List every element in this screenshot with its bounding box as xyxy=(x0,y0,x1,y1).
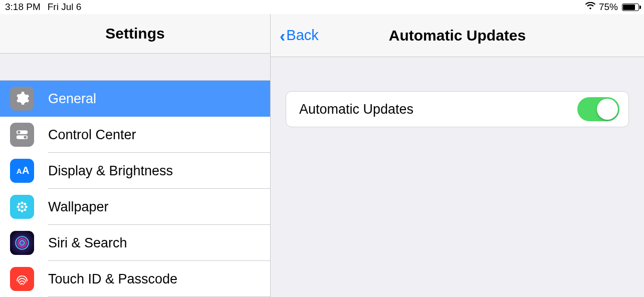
sidebar-item-touch-id-passcode[interactable]: Touch ID & Passcode xyxy=(0,261,270,297)
svg-point-12 xyxy=(24,203,26,205)
sidebar-item-control-center[interactable]: Control Center xyxy=(0,117,270,153)
svg-point-17 xyxy=(20,240,24,245)
sidebar-item-display-brightness[interactable]: AA Display & Brightness xyxy=(0,153,270,189)
settings-sidebar: Settings General Control Center AA xyxy=(0,14,271,297)
svg-text:A: A xyxy=(22,165,29,176)
status-bar: 3:18 PM Fri Jul 6 75% xyxy=(0,0,644,14)
sidebar-item-label: Display & Brightness xyxy=(48,163,173,179)
status-date: Fri Jul 6 xyxy=(48,2,82,13)
toggles-icon xyxy=(10,123,34,147)
back-button[interactable]: ‹ Back xyxy=(280,27,319,44)
sidebar-item-label: Control Center xyxy=(48,127,136,143)
svg-point-3 xyxy=(24,136,27,139)
sidebar-item-label: General xyxy=(48,91,96,107)
svg-point-8 xyxy=(21,210,24,212)
svg-point-16 xyxy=(18,239,27,247)
wifi-icon xyxy=(585,2,596,13)
svg-point-14 xyxy=(24,208,26,211)
status-time: 3:18 PM xyxy=(5,2,41,13)
detail-pane: ‹ Back Automatic Updates Automatic Updat… xyxy=(271,14,644,297)
sidebar-item-wallpaper[interactable]: Wallpaper xyxy=(0,189,270,225)
automatic-updates-row: Automatic Updates xyxy=(286,91,629,127)
sidebar-item-label: Wallpaper xyxy=(48,199,109,215)
settings-title: Settings xyxy=(105,25,164,42)
automatic-updates-label: Automatic Updates xyxy=(299,102,413,117)
svg-point-1 xyxy=(18,131,21,134)
sidebar-item-label: Siri & Search xyxy=(48,235,127,251)
svg-point-11 xyxy=(18,203,21,205)
chevron-left-icon: ‹ xyxy=(280,27,285,44)
gear-icon xyxy=(10,87,34,111)
detail-title: Automatic Updates xyxy=(389,27,526,44)
sidebar-item-siri-search[interactable]: Siri & Search xyxy=(0,225,270,261)
text-size-icon: AA xyxy=(10,159,34,183)
siri-icon xyxy=(10,231,34,255)
svg-point-13 xyxy=(18,208,21,211)
automatic-updates-toggle[interactable] xyxy=(577,97,619,121)
sidebar-item-general[interactable]: General xyxy=(0,81,270,117)
svg-text:A: A xyxy=(17,167,22,175)
svg-point-9 xyxy=(17,206,19,208)
back-label: Back xyxy=(286,27,318,44)
battery-icon xyxy=(622,4,639,11)
flower-icon xyxy=(10,195,34,219)
svg-point-7 xyxy=(21,201,24,204)
sidebar-item-label: Touch ID & Passcode xyxy=(48,271,177,287)
battery-percent: 75% xyxy=(599,2,618,13)
svg-point-6 xyxy=(21,205,24,208)
fingerprint-icon xyxy=(10,267,34,291)
svg-point-10 xyxy=(25,206,28,208)
